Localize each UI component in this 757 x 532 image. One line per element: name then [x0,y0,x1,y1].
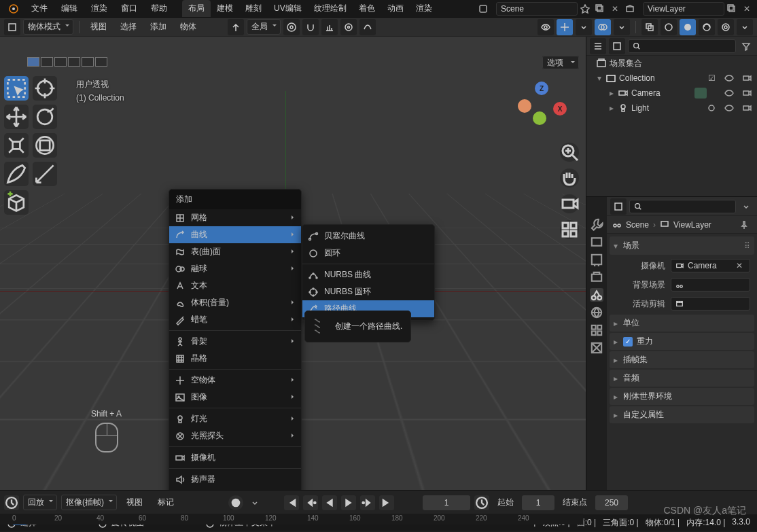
add-体积(音量)[interactable]: 体积(音量) [169,294,301,311]
checkbox-icon[interactable]: ☑ [705,72,718,84]
frame-ruler[interactable]: 020406080100120140160180200220240 [0,514,583,525]
visibility-icon[interactable] [538,19,554,35]
overlay-toggle-icon[interactable] [595,19,611,35]
checkbox-icon[interactable]: ✓ [623,337,633,347]
ptab-viewlayer[interactable] [590,270,603,284]
delete-viewlayer-icon[interactable]: ✕ [741,3,753,15]
editor-type-icon[interactable] [4,19,20,35]
selmode-1[interactable] [27,57,39,67]
curve-NURBS 圆环[interactable]: NURBS 圆环 [302,283,434,300]
camera-value[interactable]: Camera✕ [671,259,750,272]
restrict-icon[interactable] [694,88,707,99]
gizmo-x[interactable]: X [553,102,567,116]
props-options-icon[interactable] [740,200,752,213]
add-晶格[interactable]: 晶格 [169,350,301,367]
add-图像[interactable]: 图像 [169,389,301,406]
menu-edit[interactable]: 编辑 [54,1,84,16]
xray-icon[interactable] [641,19,658,35]
tab-texpaint[interactable]: 纹理绘制 [308,0,353,17]
add-空物体[interactable]: 空物体 [169,372,301,389]
curve-贝塞尔曲线[interactable]: 贝塞尔曲线 [302,228,434,245]
options-dropdown[interactable]: 选项 [542,56,579,69]
snap-icon[interactable] [302,19,319,35]
timeline-type-icon[interactable] [4,495,19,510]
overlay-options-icon[interactable] [614,19,630,35]
panel-scene[interactable]: ▾场景⠿ [610,236,754,255]
outliner-display-icon[interactable] [609,38,625,54]
panel-gravity[interactable]: ▸✓重力 [610,333,754,350]
menu-help[interactable]: 帮助 [144,1,174,16]
render-icon[interactable] [741,102,753,114]
gizmo-z[interactable]: Z [535,82,548,95]
hdr-view[interactable]: 视图 [85,19,112,35]
zoom-icon[interactable] [560,143,579,162]
hdr-select[interactable]: 选择 [115,19,142,35]
add-骨架[interactable]: 骨架 [169,333,301,350]
add-光照探头[interactable]: 光照探头 [169,427,301,444]
proportional-icon[interactable] [340,19,357,35]
proportional-type-icon[interactable] [359,19,376,35]
ptab-tool[interactable] [590,217,603,231]
panel-custom[interactable]: ▸自定义属性 [610,406,754,423]
menu-render[interactable]: 渲染 [84,1,114,16]
tab-sculpt[interactable]: 雕刻 [239,0,268,17]
panel-units[interactable]: ▸单位 [610,315,754,332]
pin-icon[interactable] [579,3,591,15]
ptab-render[interactable] [590,235,603,249]
shading-matprev-icon[interactable] [699,19,715,35]
viewlayer-field[interactable]: ViewLayer [643,2,724,16]
add-曲线[interactable]: 曲线 [169,226,301,243]
clip-value[interactable] [671,297,750,311]
clear-icon[interactable]: ✕ [733,261,745,270]
mode-select[interactable]: 物体模式 [23,19,73,35]
crumb-viewlayer[interactable]: ViewLayer [673,220,711,230]
add-蜡笔[interactable]: 蜡笔 [169,311,301,328]
camera-row[interactable]: ▸ Camera [586,86,757,101]
orientation-icon[interactable] [228,19,244,35]
render-icon[interactable] [741,72,753,84]
pin-icon[interactable] [738,219,750,231]
tl-view[interactable]: 视图 [121,495,148,510]
nav-gizmo[interactable]: Z X [521,82,563,124]
orientation-select[interactable]: 全局 [247,19,281,35]
tool-rotate[interactable] [33,105,57,129]
snap-type-icon[interactable] [321,19,338,35]
shading-options-icon[interactable] [737,19,753,35]
tool-measure[interactable] [33,162,57,186]
disclosure-icon[interactable]: ▸ [608,103,615,113]
hdr-add[interactable]: 添加 [145,19,172,35]
new-viewlayer-icon[interactable] [726,3,738,15]
ptab-collection[interactable] [590,323,603,337]
pivot-icon[interactable] [283,19,300,35]
tool-cursor[interactable] [33,76,57,101]
add-表(曲)面[interactable]: 表(曲)面 [169,243,301,260]
tl-marker[interactable]: 标记 [152,495,179,510]
curve-NURBS 曲线[interactable]: NURBS 曲线 [302,266,434,283]
tab-animation[interactable]: 动画 [381,0,410,17]
perspective-icon[interactable] [560,220,579,239]
render-icon[interactable] [741,87,753,99]
tool-transform[interactable] [33,133,57,158]
collection-row[interactable]: ▾ Collection ☑ [586,71,757,86]
shading-rendered-icon[interactable] [718,19,734,35]
panel-keying[interactable]: ▸插帧集 [610,351,754,368]
playback-dd[interactable]: 回放 [23,495,57,510]
gizmo-y[interactable] [533,111,546,125]
tab-uv[interactable]: UV编辑 [268,0,308,17]
data-icon[interactable] [705,102,718,114]
3d-viewport[interactable]: 用户透视 (1) Collection [0,37,586,490]
new-scene-icon[interactable] [594,3,606,15]
panel-rigidbody[interactable]: ▸刚体世界环境 [610,388,754,405]
props-type-icon[interactable] [610,198,627,215]
ptab-output[interactable] [590,253,603,266]
shading-wire-icon[interactable] [661,19,677,35]
add-网格[interactable]: 网格 [169,209,301,226]
jump-end-icon[interactable] [379,495,394,510]
play-rev-icon[interactable] [322,495,337,510]
props-search[interactable] [629,200,736,213]
outliner-type-icon[interactable] [590,38,606,54]
selmode-4[interactable] [68,57,80,67]
camera-view-icon[interactable] [560,194,579,213]
selmode-3[interactable] [54,57,67,67]
gizmo-neg[interactable] [518,99,531,113]
